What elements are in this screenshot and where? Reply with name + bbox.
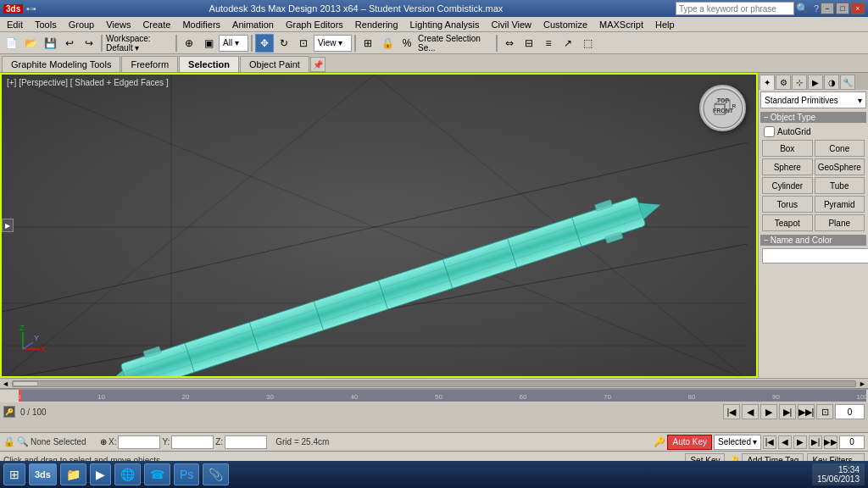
object-name-input[interactable] xyxy=(762,248,868,263)
percent-button[interactable]: % xyxy=(398,34,416,53)
next-frame-button[interactable]: ▶| xyxy=(779,404,796,419)
viewport-play-button[interactable]: ▶ xyxy=(2,219,14,232)
teapot-button[interactable]: Teapot xyxy=(762,214,813,231)
plane-button[interactable]: Plane xyxy=(815,214,865,231)
taskbar-skype[interactable]: ☎ xyxy=(144,463,170,485)
scroll-right-arrow[interactable]: ► xyxy=(859,380,866,388)
rp-tab-create[interactable]: ✦ xyxy=(760,75,775,90)
layer-button[interactable]: ≡ xyxy=(539,34,558,53)
menu-animation[interactable]: Animation xyxy=(227,19,279,30)
prev-frame-button[interactable]: ◀ xyxy=(742,404,759,419)
play-button[interactable]: ▶ xyxy=(760,404,777,419)
view-dropdown[interactable]: View ▾ xyxy=(314,35,352,52)
new-file-button[interactable]: 📄 xyxy=(2,34,20,53)
x-input[interactable] xyxy=(118,435,160,449)
torus-button[interactable]: Torus xyxy=(762,196,813,213)
box-button[interactable]: Box xyxy=(762,140,813,157)
viewport[interactable]: [+] [Perspective] [ Shaded + Edged Faces… xyxy=(0,73,758,378)
autokey-button[interactable]: Auto Key xyxy=(667,435,712,450)
rotate-button[interactable]: ↻ xyxy=(275,34,293,53)
open-file-button[interactable]: 📂 xyxy=(21,34,40,53)
taskbar-photoshop[interactable]: Ps xyxy=(174,463,199,485)
h-scroll[interactable]: ◄ ► xyxy=(0,378,868,388)
selected-dropdown[interactable]: Selected ▾ xyxy=(714,435,761,450)
keyframe-button[interactable]: ⊡ xyxy=(816,404,833,419)
nav-next-small[interactable]: ▶| xyxy=(809,435,822,449)
frame-number-input[interactable] xyxy=(837,406,863,418)
h-scroll-thumb[interactable] xyxy=(13,381,38,386)
primitives-dropdown[interactable]: Standard Primitives ▾ xyxy=(760,92,866,108)
autogrid-checkbox[interactable] xyxy=(764,126,775,137)
nav-play-small[interactable]: ▶ xyxy=(793,435,807,449)
scrubber-thumb[interactable] xyxy=(19,390,21,402)
timeline-ruler[interactable]: 0 10 20 30 40 50 60 70 80 90 100 xyxy=(0,389,868,402)
name-color-header[interactable]: − Name and Color xyxy=(760,235,866,246)
menu-group[interactable]: Group xyxy=(64,19,100,30)
filter-dropdown[interactable]: All ▾ xyxy=(219,35,248,52)
maximize-button[interactable]: □ xyxy=(836,3,849,14)
y-input[interactable] xyxy=(171,435,214,449)
cone-button[interactable]: Cone xyxy=(815,140,865,157)
rp-tab-hierarchy[interactable]: ⊹ xyxy=(792,75,807,90)
tab-freeform[interactable]: Freeform xyxy=(121,56,178,72)
z-input[interactable] xyxy=(225,435,267,449)
frame-counter-input[interactable] xyxy=(839,435,865,449)
go-start-button[interactable]: |◀ xyxy=(723,404,740,419)
rp-tab-modify[interactable]: ⚙ xyxy=(776,75,791,90)
menu-civil-view[interactable]: Civil View xyxy=(487,19,537,30)
search-icon[interactable]: 🔍 xyxy=(796,3,809,14)
save-file-button[interactable]: 💾 xyxy=(41,34,59,53)
move-button[interactable]: ✥ xyxy=(255,34,274,53)
nav-start-small[interactable]: |◀ xyxy=(763,435,776,449)
search-input[interactable] xyxy=(676,2,794,15)
undo-button[interactable]: ↩ xyxy=(60,34,79,53)
key-mode-button[interactable]: 🔑 xyxy=(3,406,15,418)
start-button[interactable]: ⊞ xyxy=(3,463,25,485)
pivot-button[interactable]: ⊞ xyxy=(359,34,377,53)
tab-object-paint[interactable]: Object Paint xyxy=(240,56,309,72)
menu-views[interactable]: Views xyxy=(101,19,136,30)
menu-create[interactable]: Create xyxy=(137,19,175,30)
rp-tab-display[interactable]: ◑ xyxy=(824,75,839,90)
taskbar-other[interactable]: 📎 xyxy=(203,463,229,485)
menu-tools[interactable]: Tools xyxy=(30,19,62,30)
select-region-button[interactable]: ▣ xyxy=(199,34,218,53)
nav-prev-small[interactable]: ◀ xyxy=(778,435,792,449)
pyramid-button[interactable]: Pyramid xyxy=(815,196,865,213)
h-scroll-track[interactable] xyxy=(12,380,856,387)
named-sel-input[interactable]: Create Selection Se... xyxy=(417,34,493,53)
redo-button[interactable]: ↪ xyxy=(80,34,98,53)
curve-editor-button[interactable]: ↗ xyxy=(559,34,577,53)
taskbar-media[interactable]: ▶ xyxy=(90,463,111,485)
tab-graphite[interactable]: Graphite Modeling Tools xyxy=(2,56,120,72)
minimize-button[interactable]: − xyxy=(821,3,834,14)
nav-cube[interactable]: TOP FRONT R xyxy=(699,85,746,131)
nav-end-small[interactable]: ▶▶ xyxy=(824,435,837,449)
schematic-view-button[interactable]: ⬚ xyxy=(578,34,597,53)
scroll-left-arrow[interactable]: ◄ xyxy=(2,380,9,388)
viewport-canvas[interactable] xyxy=(2,75,756,376)
help-icon[interactable]: ? xyxy=(814,3,819,14)
object-type-header[interactable]: − Object Type xyxy=(760,112,866,123)
rp-tab-motion[interactable]: ▶ xyxy=(808,75,823,90)
mirror-button[interactable]: ⇔ xyxy=(500,34,519,53)
menu-graph-editors[interactable]: Graph Editors xyxy=(281,19,348,30)
snap-button[interactable]: 🔒 xyxy=(378,34,397,53)
frame-input-box[interactable] xyxy=(835,404,865,419)
taskbar-explorer[interactable]: 📁 xyxy=(60,463,86,485)
workspace-dropdown[interactable]: Workspace: Default ▾ xyxy=(105,34,173,53)
tab-selection[interactable]: Selection xyxy=(179,56,239,72)
menu-edit[interactable]: Edit xyxy=(2,19,28,30)
cube-face[interactable]: TOP FRONT R xyxy=(699,85,746,131)
align-button[interactable]: ⊟ xyxy=(520,34,538,53)
tube-button[interactable]: Tube xyxy=(815,177,865,194)
scrubber-track[interactable] xyxy=(19,390,866,402)
go-end-button[interactable]: ▶▶| xyxy=(798,404,815,419)
menu-customize[interactable]: Customize xyxy=(538,19,593,30)
close-button[interactable]: × xyxy=(851,3,865,14)
taskbar-3dsmax[interactable]: 3ds xyxy=(29,463,57,485)
scale-button[interactable]: ⊡ xyxy=(294,34,313,53)
menu-rendering[interactable]: Rendering xyxy=(350,19,403,30)
rp-tab-utilities[interactable]: 🔧 xyxy=(840,75,855,90)
taskbar-chrome[interactable]: 🌐 xyxy=(114,463,141,485)
